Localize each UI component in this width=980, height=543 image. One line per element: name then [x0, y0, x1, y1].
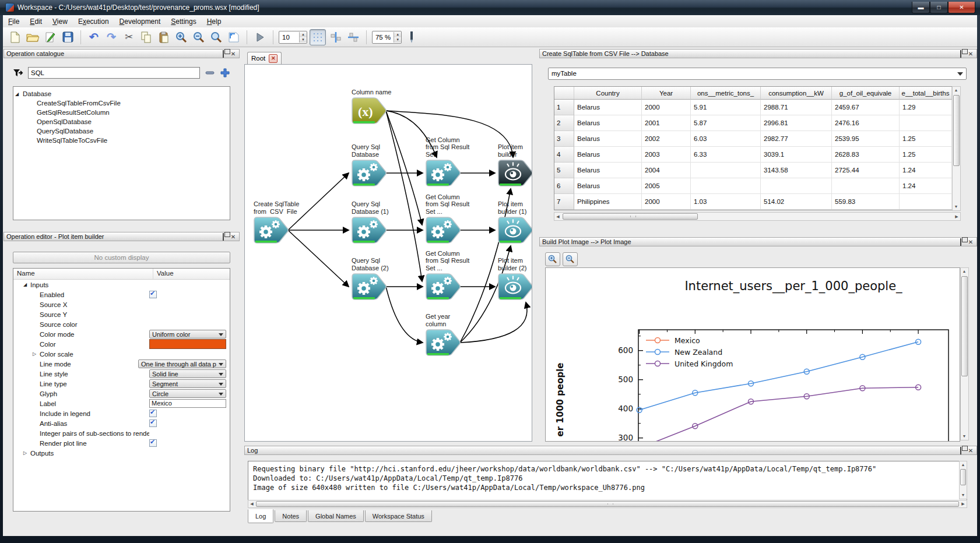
tree-item[interactable]: GetSqlResultSetColumn: [13, 108, 230, 117]
remove-filter-button[interactable]: [205, 68, 215, 78]
column-header-name[interactable]: Name: [13, 269, 153, 279]
property-row[interactable]: Source X: [13, 299, 230, 309]
property-row[interactable]: Source color: [13, 319, 230, 329]
save-button[interactable]: [60, 30, 75, 45]
bottom-tab-global-names[interactable]: Global Names: [308, 510, 364, 522]
workflow-node-g2[interactable]: [424, 273, 461, 301]
scroll-down-icon[interactable]: ▼: [961, 433, 968, 440]
plot-zoom-out-button[interactable]: [563, 252, 578, 266]
open-file-button[interactable]: [25, 30, 40, 45]
property-row[interactable]: ▷Color scale: [13, 349, 230, 359]
maximize-button[interactable]: □: [930, 2, 948, 13]
table-column-header[interactable]: Year: [642, 87, 691, 100]
tree-item[interactable]: CreateSqlTableFromCsvFile: [13, 98, 230, 108]
paste-button[interactable]: [156, 30, 171, 45]
plot-image-view[interactable]: Internet_users__per_1_000_people_er 1000…: [545, 267, 960, 442]
property-row[interactable]: Source Y: [13, 309, 230, 319]
scroll-right-icon[interactable]: ▶: [953, 213, 960, 220]
text-input[interactable]: Mexico: [149, 399, 226, 408]
operation-tree[interactable]: ◢DatabaseCreateSqlTableFromCsvFileGetSql…: [13, 86, 230, 220]
float-panel-icon[interactable]: [220, 51, 227, 57]
scroll-up-icon[interactable]: ▲: [953, 87, 960, 94]
property-row[interactable]: Color: [13, 339, 230, 349]
scroll-left-icon[interactable]: ◀: [554, 213, 561, 220]
align-vertical-button[interactable]: [328, 30, 343, 45]
property-row[interactable]: Line styleSolid line: [13, 369, 230, 379]
cut-button[interactable]: ✂: [121, 30, 136, 45]
table-row[interactable]: 4Belarus20036.333039.12628.831.25: [554, 147, 952, 163]
property-row[interactable]: Enabled: [13, 290, 230, 299]
float-panel-icon[interactable]: [220, 234, 227, 240]
menu-file[interactable]: File: [3, 16, 24, 27]
new-file-button[interactable]: [8, 30, 23, 45]
zoom-reset-button[interactable]: [209, 30, 224, 45]
scroll-down-icon[interactable]: ▼: [953, 203, 960, 210]
close-panel-icon[interactable]: ✕: [230, 234, 237, 240]
search-input[interactable]: [28, 67, 200, 79]
float-panel-icon[interactable]: [957, 51, 964, 57]
property-row[interactable]: Render plot line: [13, 438, 230, 448]
table-column-header[interactable]: [554, 87, 574, 100]
scroll-down-icon[interactable]: ▼: [960, 492, 967, 499]
scroll-up-icon[interactable]: ▲: [961, 268, 968, 275]
column-header-value[interactable]: Value: [153, 269, 177, 279]
scroll-left-icon[interactable]: ◀: [248, 500, 255, 507]
menu-edit[interactable]: Edit: [24, 16, 47, 27]
data-table[interactable]: CountryYearons__metric_tons_consumption_…: [554, 86, 953, 210]
collapsed-icon[interactable]: ▷: [31, 351, 38, 357]
checkbox[interactable]: [149, 410, 157, 417]
table-column-header[interactable]: consumption__kW: [761, 87, 832, 100]
table-row[interactable]: 3Belarus20026.032982.772539.951.25: [554, 131, 952, 147]
checkbox[interactable]: [149, 419, 157, 427]
workflow-node-year[interactable]: [424, 329, 461, 357]
tree-item[interactable]: QuerySqlDatabase: [13, 126, 230, 136]
table-vertical-scrollbar[interactable]: ▲ ▼: [952, 86, 961, 211]
table-row[interactable]: 2Belarus20015.872996.812476.16: [554, 115, 952, 131]
float-panel-icon[interactable]: [957, 239, 964, 245]
no-custom-display-button[interactable]: No custom display: [13, 252, 230, 263]
undo-button[interactable]: ↶: [86, 30, 101, 45]
menu-view[interactable]: View: [47, 16, 73, 27]
property-row[interactable]: Line modeOne line through all data p: [13, 359, 230, 369]
menu-development[interactable]: Development: [114, 16, 166, 27]
bottom-tab-log[interactable]: Log: [248, 509, 273, 523]
close-panel-icon[interactable]: ✕: [967, 51, 974, 57]
zoom-out-button[interactable]: [191, 30, 206, 45]
menu-help[interactable]: Help: [202, 16, 227, 27]
run-workflow-button[interactable]: [252, 30, 268, 45]
property-row[interactable]: Anti-alias: [13, 418, 230, 428]
edit-source-button[interactable]: [43, 30, 58, 45]
property-row[interactable]: ▷Outputs: [13, 448, 230, 458]
workflow-node-q1[interactable]: [350, 216, 387, 244]
redo-button[interactable]: ↷: [104, 30, 119, 45]
tree-item[interactable]: WriteSqlTableToCsvFile: [13, 136, 230, 145]
dropdown[interactable]: Solid line: [149, 369, 226, 378]
property-row[interactable]: Color modeUniform color: [13, 329, 230, 339]
log-vertical-scrollbar[interactable]: ▲ ▼: [959, 461, 967, 499]
tree-item[interactable]: OpenSqlDatabase: [13, 117, 230, 126]
pen-tool-button[interactable]: [404, 30, 419, 45]
table-column-header[interactable]: Country: [574, 87, 642, 100]
property-row[interactable]: Integer pairs of sub-sections to render: [13, 428, 230, 438]
property-row[interactable]: GlyphCircle: [13, 389, 230, 399]
plot-zoom-in-button[interactable]: [545, 252, 560, 266]
fit-view-button[interactable]: [226, 30, 241, 45]
align-horizontal-button[interactable]: [346, 30, 361, 45]
expanded-icon[interactable]: ◢: [22, 282, 29, 287]
expanded-icon[interactable]: ◢: [13, 91, 20, 97]
minimize-button[interactable]: ▬: [912, 2, 930, 13]
property-row[interactable]: Include in legend: [13, 408, 230, 418]
workflow-node-g0[interactable]: [424, 159, 461, 187]
menu-execution[interactable]: Execution: [73, 16, 114, 27]
checkbox[interactable]: [149, 291, 157, 298]
close-button[interactable]: ✕: [948, 2, 975, 13]
workflow-node-p1[interactable]: [496, 216, 532, 244]
float-panel-icon[interactable]: [957, 447, 964, 454]
close-tab-icon[interactable]: ✕: [269, 54, 278, 63]
property-row[interactable]: LabelMexico: [13, 399, 230, 408]
zoom-level-spinner[interactable]: 75 % ▲▼: [372, 31, 402, 44]
scroll-up-icon[interactable]: ▲: [960, 461, 967, 468]
dropdown[interactable]: Segment: [149, 379, 226, 388]
zoom-in-button[interactable]: [174, 30, 189, 45]
workflow-node-p2[interactable]: [496, 273, 532, 301]
